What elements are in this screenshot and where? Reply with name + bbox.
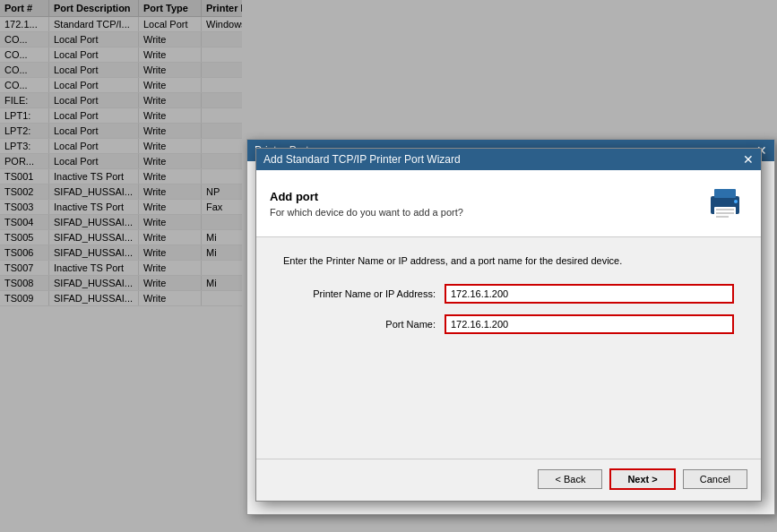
svg-rect-3 xyxy=(716,209,734,210)
wizard-close-button[interactable]: ✕ xyxy=(743,153,754,166)
wizard-subheading: For which device do you want to add a po… xyxy=(270,207,463,218)
port-name-input[interactable] xyxy=(445,314,734,334)
port-name-row: Port Name: xyxy=(283,314,734,334)
wizard-header-section: Add port For which device do you want to… xyxy=(256,170,761,237)
wizard-header-text: Add port For which device do you want to… xyxy=(270,190,463,218)
printer-name-input[interactable] xyxy=(445,284,734,304)
svg-point-6 xyxy=(734,200,738,203)
printer-name-label: Printer Name or IP Address: xyxy=(283,288,445,299)
wizard-footer: < Back Next > Cancel xyxy=(256,459,761,499)
printer-name-row: Printer Name or IP Address: xyxy=(283,284,734,304)
cancel-button[interactable]: Cancel xyxy=(683,469,747,489)
wizard-icon xyxy=(703,181,747,226)
wizard-body: Add port For which device do you want to… xyxy=(256,170,761,499)
port-name-label: Port Name: xyxy=(283,319,445,330)
svg-rect-1 xyxy=(714,189,736,198)
wizard-heading: Add port xyxy=(270,190,463,203)
svg-rect-5 xyxy=(716,216,729,218)
next-button[interactable]: Next > xyxy=(609,468,675,490)
wizard-title: Add Standard TCP/IP Printer Port Wizard xyxy=(263,153,461,166)
wizard-content: Enter the Printer Name or IP address, an… xyxy=(256,237,761,459)
wizard-titlebar: Add Standard TCP/IP Printer Port Wizard … xyxy=(256,149,761,170)
wizard-dialog: Add Standard TCP/IP Printer Port Wizard … xyxy=(255,148,762,502)
svg-rect-4 xyxy=(716,212,734,214)
wizard-description: Enter the Printer Name or IP address, an… xyxy=(283,255,734,266)
back-button[interactable]: < Back xyxy=(538,469,602,489)
